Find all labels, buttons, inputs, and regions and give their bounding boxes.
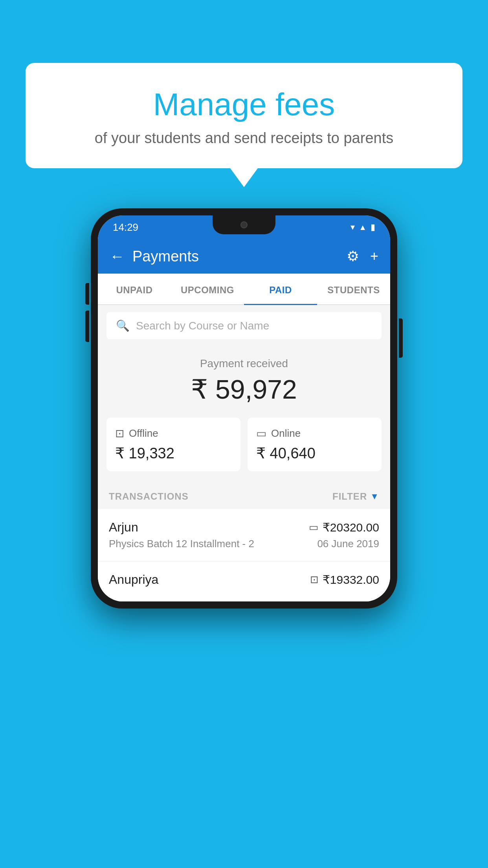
transactions-header: TRANSACTIONS FILTER ▼ <box>98 482 390 509</box>
search-placeholder: Search by Course or Name <box>136 320 269 332</box>
side-button-vol-up <box>85 283 89 305</box>
offline-amount: ₹ 19,332 <box>115 445 232 462</box>
transaction-amount-row-1: ▭ ₹20320.00 <box>309 520 379 534</box>
status-icons: ▾ ▲ ▮ <box>350 222 375 232</box>
camera <box>240 221 248 228</box>
offline-icon: ⊡ <box>115 427 124 440</box>
transaction-desc-1: Physics Batch 12 Installment - 2 <box>109 538 254 550</box>
search-container: 🔍 Search by Course or Name <box>98 305 390 346</box>
transaction-amount-2: ₹19332.00 <box>323 573 379 587</box>
bubble-title: Manage fees <box>45 86 443 123</box>
back-button[interactable]: ← <box>110 248 125 265</box>
app-bar-actions: ⚙ + <box>347 248 378 265</box>
notch <box>213 215 275 234</box>
wifi-icon: ▾ <box>350 222 355 232</box>
phone-screen: 14:29 ▾ ▲ ▮ ← Payments ⚙ + <box>98 215 390 601</box>
phone-container: 14:29 ▾ ▲ ▮ ← Payments ⚙ + <box>91 208 397 609</box>
transaction-bottom-1: Physics Batch 12 Installment - 2 06 June… <box>109 538 379 550</box>
tabs-container: UNPAID UPCOMING PAID STUDENTS <box>98 274 390 305</box>
online-amount: ₹ 40,640 <box>256 445 373 462</box>
transaction-date-1: 06 June 2019 <box>317 538 379 550</box>
battery-icon: ▮ <box>371 222 375 232</box>
tab-unpaid[interactable]: UNPAID <box>98 274 171 304</box>
tab-upcoming[interactable]: UPCOMING <box>171 274 244 304</box>
online-payment-icon-1: ▭ <box>309 521 319 533</box>
filter-label-text: FILTER <box>332 491 367 502</box>
bubble-subtitle: of your students and send receipts to pa… <box>45 130 443 147</box>
online-card: ▭ Online ₹ 40,640 <box>248 417 382 471</box>
status-time: 14:29 <box>113 221 138 234</box>
payment-received-label: Payment received <box>98 357 390 370</box>
transaction-name-1: Arjun <box>109 520 138 535</box>
filter-button[interactable]: FILTER ▼ <box>332 491 379 502</box>
transaction-name-2: Anupriya <box>109 572 158 587</box>
payment-cards: ⊡ Offline ₹ 19,332 ▭ Online ₹ 40,640 <box>98 417 390 482</box>
offline-payment-icon-2: ⊡ <box>310 574 319 586</box>
filter-icon: ▼ <box>370 491 379 502</box>
offline-label-row: ⊡ Offline <box>115 427 232 440</box>
signal-icon: ▲ <box>359 223 367 232</box>
transaction-amount-row-2: ⊡ ₹19332.00 <box>310 573 379 587</box>
app-bar-title: Payments <box>132 248 347 265</box>
online-label: Online <box>271 427 301 440</box>
transactions-label: TRANSACTIONS <box>109 491 189 502</box>
offline-label: Offline <box>129 427 158 440</box>
transaction-top-1: Arjun ▭ ₹20320.00 <box>109 520 379 535</box>
online-icon: ▭ <box>256 427 266 440</box>
settings-icon[interactable]: ⚙ <box>347 248 359 265</box>
search-icon: 🔍 <box>116 319 130 332</box>
offline-card: ⊡ Offline ₹ 19,332 <box>106 417 240 471</box>
payment-summary: Payment received ₹ 59,972 <box>98 346 390 417</box>
transaction-top-2: Anupriya ⊡ ₹19332.00 <box>109 572 379 587</box>
phone-outer: 14:29 ▾ ▲ ▮ ← Payments ⚙ + <box>91 208 397 609</box>
app-bar: ← Payments ⚙ + <box>98 239 390 274</box>
tab-paid[interactable]: PAID <box>244 274 317 304</box>
speech-bubble: Manage fees of your students and send re… <box>26 63 462 168</box>
transaction-row: Arjun ▭ ₹20320.00 Physics Batch 12 Insta… <box>98 509 390 561</box>
transaction-row-2: Anupriya ⊡ ₹19332.00 <box>98 561 390 601</box>
search-input-wrapper[interactable]: 🔍 Search by Course or Name <box>106 312 382 339</box>
speech-bubble-container: Manage fees of your students and send re… <box>26 63 462 168</box>
side-button-vol-down <box>85 311 89 332</box>
transaction-amount-1: ₹20320.00 <box>323 520 379 534</box>
payment-amount: ₹ 59,972 <box>98 374 390 405</box>
tab-students[interactable]: STUDENTS <box>317 274 390 304</box>
add-icon[interactable]: + <box>370 248 378 265</box>
online-label-row: ▭ Online <box>256 427 373 440</box>
